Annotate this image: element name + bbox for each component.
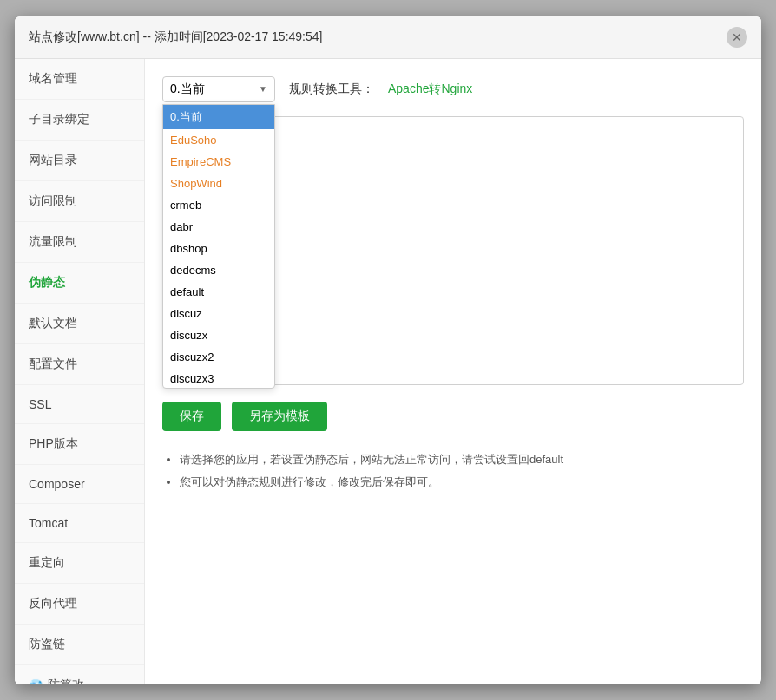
sidebar-item-label: 子目录绑定	[29, 112, 89, 128]
gem-icon: 💎	[29, 678, 43, 684]
sidebar-item-伪静态[interactable]: 伪静态	[15, 263, 144, 304]
sidebar-item-配置文件[interactable]: 配置文件	[15, 344, 144, 385]
dropdown-item[interactable]: discuz	[163, 303, 274, 324]
rule-tool-label: 规则转换工具：	[289, 82, 374, 97]
sidebar-item-重定向[interactable]: 重定向	[15, 543, 144, 584]
dropdown-row: 0.当前 ▼ 0.当前EduSohoEmpireCMSShopWindcrmeb…	[162, 76, 744, 102]
tips-list: 请选择您的应用，若设置伪静态后，网站无法正常访问，请尝试设置回default您可…	[162, 448, 744, 494]
dropdown-item[interactable]: EmpireCMS	[163, 151, 274, 173]
modal-title: 站点修改[www.bt.cn] -- 添加时间[2023-02-17 15:49…	[29, 29, 322, 45]
sidebar-item-tomcat[interactable]: Tomcat	[15, 504, 144, 543]
sidebar-item-域名管理[interactable]: 域名管理	[15, 59, 144, 100]
dropdown-item[interactable]: discuzx2	[163, 346, 274, 368]
sidebar-item-子目录绑定[interactable]: 子目录绑定	[15, 100, 144, 141]
main-content: 0.当前 ▼ 0.当前EduSohoEmpireCMSShopWindcrmeb…	[145, 59, 761, 684]
tip-item: 您可以对伪静态规则进行修改，修改完后保存即可。	[180, 471, 744, 494]
dropdown-item[interactable]: 0.当前	[163, 105, 274, 129]
close-button[interactable]: ✕	[727, 27, 747, 48]
modal-header: 站点修改[www.bt.cn] -- 添加时间[2023-02-17 15:49…	[15, 16, 761, 59]
dropdown-item[interactable]: discuzx3	[163, 368, 274, 388]
modal-overlay: 站点修改[www.bt.cn] -- 添加时间[2023-02-17 15:49…	[0, 0, 776, 700]
dropdown-item[interactable]: EduSoho	[163, 129, 274, 151]
sidebar-item-反向代理[interactable]: 反向代理	[15, 584, 144, 625]
sidebar-item-访问限制[interactable]: 访问限制	[15, 181, 144, 222]
sidebar-item-label: 流量限制	[29, 234, 77, 250]
close-icon: ✕	[732, 31, 742, 43]
sidebar-item-网站目录[interactable]: 网站目录	[15, 141, 144, 181]
dropdown-item[interactable]: discuzx	[163, 324, 274, 346]
dropdown-item[interactable]: default	[163, 281, 274, 303]
dropdown-scroll[interactable]: 0.当前EduSohoEmpireCMSShopWindcrmebdabrdbs…	[163, 105, 274, 388]
modal: 站点修改[www.bt.cn] -- 添加时间[2023-02-17 15:49…	[15, 16, 761, 684]
sidebar-item-label: Composer	[29, 477, 85, 491]
sidebar-item-label: 域名管理	[29, 71, 77, 87]
sidebar: 域名管理子目录绑定网站目录访问限制流量限制伪静态默认文档配置文件SSLPHP版本…	[15, 59, 145, 684]
select-wrapper[interactable]: 0.当前 ▼ 0.当前EduSohoEmpireCMSShopWindcrmeb…	[162, 76, 275, 102]
sidebar-item-label: 防盗链	[29, 637, 65, 652]
dropdown-trigger[interactable]: 0.当前 ▼	[162, 76, 275, 102]
sidebar-item-php版本[interactable]: PHP版本	[15, 424, 144, 465]
sidebar-item-label: 配置文件	[29, 357, 77, 372]
sidebar-item-label: Tomcat	[29, 516, 68, 530]
sidebar-item-防篡改[interactable]: 💎防篡改	[15, 665, 144, 684]
dropdown-selected-label: 0.当前	[170, 82, 205, 97]
dropdown-menu[interactable]: 0.当前EduSohoEmpireCMSShopWindcrmebdabrdbs…	[162, 104, 275, 389]
dropdown-item[interactable]: dabr	[163, 216, 274, 238]
sidebar-item-label: 伪静态	[29, 275, 65, 291]
sidebar-item-label: 反向代理	[29, 596, 77, 612]
sidebar-item-composer[interactable]: Composer	[15, 465, 144, 504]
save-template-button[interactable]: 另存为模板	[232, 402, 327, 431]
sidebar-item-label: PHP版本	[29, 436, 78, 452]
save-button[interactable]: 保存	[162, 402, 221, 431]
dropdown-item[interactable]: dbshop	[163, 238, 274, 259]
sidebar-item-label: 网站目录	[29, 153, 77, 168]
btn-row: 保存 另存为模板	[162, 402, 744, 431]
sidebar-item-label: 默认文档	[29, 316, 77, 331]
sidebar-item-label: 访问限制	[29, 193, 77, 209]
sidebar-item-label: 防篡改	[48, 677, 84, 684]
sidebar-item-流量限制[interactable]: 流量限制	[15, 222, 144, 263]
modal-body: 域名管理子目录绑定网站目录访问限制流量限制伪静态默认文档配置文件SSLPHP版本…	[15, 59, 761, 684]
sidebar-item-label: 重定向	[29, 555, 65, 571]
sidebar-item-ssl[interactable]: SSL	[15, 385, 144, 424]
dropdown-item[interactable]: ShopWind	[163, 173, 274, 194]
dropdown-item[interactable]: crmeb	[163, 194, 274, 216]
chevron-down-icon: ▼	[259, 84, 267, 94]
sidebar-item-防盗链[interactable]: 防盗链	[15, 625, 144, 665]
rule-tool-link[interactable]: Apache转Nginx	[388, 82, 472, 97]
tip-item: 请选择您的应用，若设置伪静态后，网站无法正常访问，请尝试设置回default	[180, 448, 744, 471]
dropdown-item[interactable]: dedecms	[163, 259, 274, 281]
sidebar-item-label: SSL	[29, 397, 51, 411]
sidebar-item-默认文档[interactable]: 默认文档	[15, 304, 144, 344]
